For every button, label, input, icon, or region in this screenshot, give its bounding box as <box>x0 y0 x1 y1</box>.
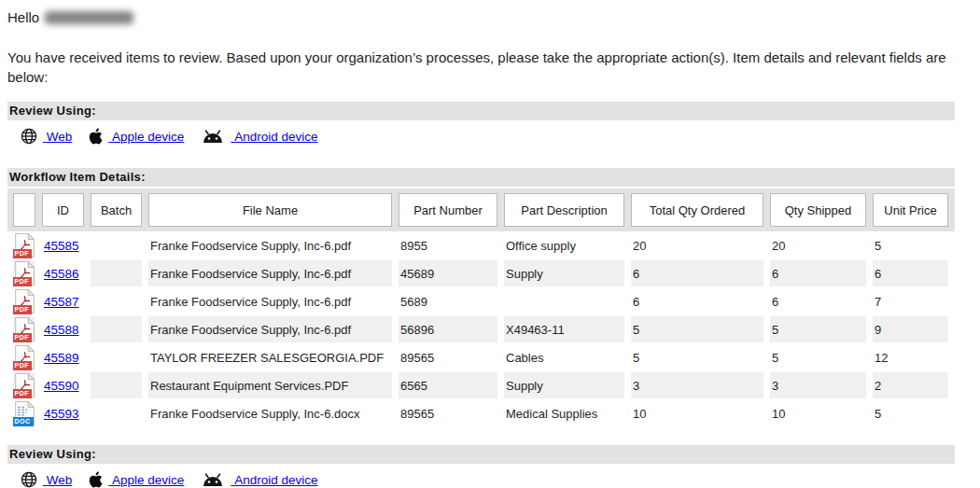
part-number-cell: 89565 <box>399 344 497 370</box>
web-link-group: Web <box>21 471 72 488</box>
pdf-file-icon: PDF <box>14 372 35 398</box>
file-name-cell: Franke Foodservice Supply, Inc-6.pdf <box>148 232 392 258</box>
apple-icon <box>89 471 103 488</box>
qty-shipped-cell: 6 <box>770 260 866 286</box>
doc-badge-label: DOC <box>13 417 34 426</box>
part-description-cell: X49463-11 <box>504 316 624 342</box>
globe-icon <box>21 128 37 145</box>
id-cell: 45589 <box>42 344 84 370</box>
file-type-cell: PDF <box>13 288 35 314</box>
pdf-badge-label: PDF <box>13 249 32 258</box>
unit-price-cell: 7 <box>873 288 948 314</box>
file-name-cell: Franke Foodservice Supply, Inc-6.pdf <box>148 260 392 286</box>
greeting-line: Hello <box>7 7 973 27</box>
pdf-file-icon: PDF <box>14 344 35 370</box>
table-row: PDF 45587 Franke Foodservice Supply, Inc… <box>7 287 955 315</box>
part-description-cell: Medical Supplies <box>504 400 624 426</box>
item-id-link[interactable]: 45590 <box>44 379 79 393</box>
part-description-cell: Supply <box>504 372 624 398</box>
table-row: PDF 45585 Franke Foodservice Supply, Inc… <box>7 231 955 259</box>
doc-file-icon: DOC <box>14 400 35 426</box>
pdf-file-icon: PDF <box>14 260 35 286</box>
part-description-cell: Supply <box>504 260 624 286</box>
pdf-badge-label: PDF <box>13 361 32 370</box>
pdf-badge-label: PDF <box>13 277 32 286</box>
pdf-file-icon: PDF <box>14 316 35 342</box>
table-header-row: ID Batch File Name Part Number Part Desc… <box>7 188 955 231</box>
unit-price-cell: 2 <box>873 372 948 398</box>
redacted-recipient-name <box>45 11 133 24</box>
part-number-cell: 8955 <box>399 232 497 258</box>
file-type-cell: PDF <box>13 344 35 370</box>
pdf-file-icon: PDF <box>14 232 35 258</box>
intro-paragraph: You have received items to review. Based… <box>7 48 973 87</box>
table-row: PDF 45589 TAYLOR FREEZER SALESGEORGIA.PD… <box>7 343 955 371</box>
file-type-cell: PDF <box>13 232 35 258</box>
item-id-link[interactable]: 45593 <box>44 407 79 421</box>
item-id-link[interactable]: 45587 <box>44 295 79 309</box>
table-body: PDF 45585 Franke Foodservice Supply, Inc… <box>7 231 973 427</box>
batch-cell <box>91 400 142 426</box>
android-icon <box>201 473 225 487</box>
part-number-cell: 5689 <box>399 288 497 314</box>
total-qty-cell: 3 <box>631 372 763 398</box>
android-device-link[interactable]: Android device <box>231 130 317 144</box>
id-cell: 45586 <box>42 260 84 286</box>
column-header-part-number: Part Number <box>399 193 497 227</box>
item-id-link[interactable]: 45589 <box>44 351 79 365</box>
workflow-item-details-heading: Workflow Item Details: <box>7 168 955 187</box>
qty-shipped-cell: 5 <box>770 316 866 342</box>
part-description-cell: Office supply <box>504 232 624 258</box>
file-name-cell: Franke Foodservice Supply, Inc-6.pdf <box>148 316 392 342</box>
id-cell: 45593 <box>42 400 84 426</box>
review-links-bottom: Web Apple device Android device <box>21 468 973 488</box>
column-header-qty-shipped: Qty Shipped <box>770 193 866 227</box>
file-name-cell: Restaurant Equipment Services.PDF <box>148 372 392 398</box>
id-cell: 45590 <box>42 372 84 398</box>
file-type-cell: PDF <box>13 316 35 342</box>
android-link-group: Android device <box>201 473 317 487</box>
total-qty-cell: 5 <box>631 344 763 370</box>
qty-shipped-cell: 20 <box>770 232 866 258</box>
item-id-link[interactable]: 45586 <box>44 267 79 281</box>
column-header-total-qty-ordered: Total Qty Ordered <box>631 193 763 227</box>
id-cell: 45587 <box>42 288 84 314</box>
column-header-unit-price: Unit Price <box>873 193 948 227</box>
table-row: PDF 45590 Restaurant Equipment Services.… <box>7 371 955 399</box>
unit-price-cell: 6 <box>873 260 948 286</box>
batch-cell <box>91 344 142 370</box>
review-using-heading-top: Review Using: <box>7 102 955 120</box>
column-header-batch: Batch <box>91 193 142 227</box>
part-number-cell: 45689 <box>399 260 497 286</box>
pdf-badge-label: PDF <box>13 305 32 314</box>
total-qty-cell: 6 <box>631 260 763 286</box>
total-qty-cell: 10 <box>631 400 763 426</box>
android-device-link[interactable]: Android device <box>231 473 317 487</box>
item-id-link[interactable]: 45588 <box>44 323 79 337</box>
android-link-group: Android device <box>201 130 317 144</box>
total-qty-cell: 6 <box>631 288 763 314</box>
batch-cell <box>91 232 142 258</box>
file-type-cell: DOC <box>13 400 35 426</box>
column-header-id: ID <box>42 193 84 227</box>
batch-cell <box>91 260 142 286</box>
web-link-group: Web <box>21 128 72 145</box>
batch-cell <box>91 372 142 398</box>
web-link[interactable]: Web <box>43 130 72 144</box>
web-link[interactable]: Web <box>43 473 72 487</box>
globe-icon <box>21 471 37 488</box>
apple-link-group: Apple device <box>89 128 184 145</box>
item-id-link[interactable]: 45585 <box>44 239 79 253</box>
apple-device-link[interactable]: Apple device <box>108 130 184 144</box>
file-type-cell: PDF <box>13 372 35 398</box>
unit-price-cell: 5 <box>873 400 948 426</box>
pdf-file-icon: PDF <box>14 288 35 314</box>
batch-cell <box>91 316 142 342</box>
table-row: DOC 45593 Franke Foodservice Supply, Inc… <box>7 399 955 427</box>
table-row: PDF 45586 Franke Foodservice Supply, Inc… <box>7 259 955 287</box>
apple-icon <box>89 128 103 145</box>
id-cell: 45588 <box>42 316 84 342</box>
apple-device-link[interactable]: Apple device <box>108 473 184 487</box>
qty-shipped-cell: 10 <box>770 400 866 426</box>
pdf-badge-label: PDF <box>13 389 32 398</box>
